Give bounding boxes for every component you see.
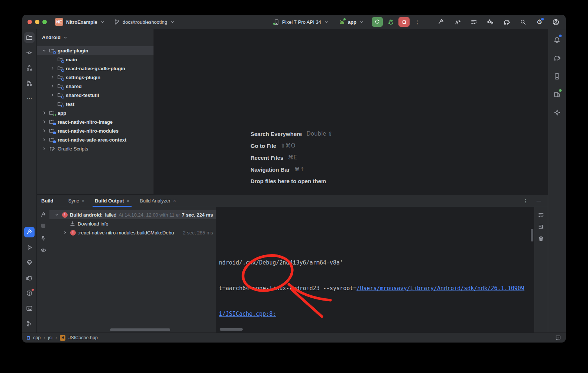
tab-sync[interactable]: Sync × — [65, 195, 88, 207]
tree-item-react-native-nitro-image[interactable]: react-native-nitro-image — [37, 117, 154, 126]
app-running-dot — [343, 18, 346, 20]
tree-item-main[interactable]: main — [37, 55, 154, 64]
minimize-window-button[interactable] — [35, 20, 39, 24]
event-log-button[interactable] — [555, 335, 561, 341]
hide-panel-button[interactable]: — — [536, 198, 541, 204]
tree-item-app[interactable]: app — [37, 108, 154, 117]
device-selector[interactable]: Pixel 7 Pro API 34 — [273, 19, 329, 25]
download-info-row[interactable]: Download info — [49, 219, 216, 228]
rerun-build-hammer-icon[interactable] — [40, 212, 46, 218]
build-result-tree: ! Build android: failed At 14.10.24, 12:… — [49, 207, 216, 333]
notifications-button[interactable] — [552, 35, 562, 45]
more-tools-button[interactable]: ⋯ — [24, 93, 35, 104]
vertical-scrollbar[interactable] — [531, 229, 533, 241]
console-text: ndroid/.cxx/Debug/2nd4i3y6/arm64-v8a' — [219, 259, 343, 266]
restart-activity-button[interactable] — [469, 17, 479, 27]
build-project-button[interactable] — [436, 17, 446, 27]
clear-all-trash-icon[interactable] — [538, 236, 544, 242]
folder-icon — [26, 34, 33, 41]
task-duration: 2 sec, 285 ms — [183, 230, 216, 236]
gem-icon — [26, 259, 33, 266]
failed-task-row[interactable]: ! :react-native-nitro-modules:buildCMake… — [49, 228, 216, 237]
gradle-elephant-icon — [503, 19, 510, 26]
tree-item-shared-testutil[interactable]: shared-testutil — [37, 91, 154, 100]
settings-button[interactable]: ⚙ — [534, 17, 544, 27]
run-config-name: app — [348, 19, 356, 25]
tree-item-shared[interactable]: shared — [37, 82, 154, 91]
tree-item-label: settings-plugin — [66, 75, 100, 80]
tree-item-react-native-safe-area-context[interactable]: react-native-safe-area-context — [37, 135, 154, 144]
gradle-sync-button[interactable] — [502, 17, 511, 27]
file-link[interactable]: /Users/mrousavy/Library/Android/sdk/ndk/… — [356, 285, 524, 292]
git-branch-icon — [114, 19, 120, 25]
version-control-tool-button[interactable] — [24, 318, 35, 329]
run-config-selector[interactable]: app — [339, 19, 364, 25]
close-icon[interactable]: × — [81, 198, 84, 204]
logcat-tool-button[interactable] — [24, 273, 35, 283]
tree-item-gradle-scripts[interactable]: Gradle Scripts — [37, 144, 154, 153]
tab-build-output[interactable]: Build Output × — [91, 195, 133, 207]
breadcrumb-directory[interactable]: jsi — [48, 335, 52, 340]
gradle-elephant-icon — [49, 146, 56, 152]
gradle-tool-button[interactable] — [552, 53, 562, 63]
structure-tool-button[interactable] — [24, 63, 35, 73]
tree-item-label: Gradle Scripts — [58, 146, 88, 152]
running-devices-button[interactable] — [552, 89, 562, 100]
tree-item-gradle-plugin[interactable]: gradle-plugin — [37, 46, 154, 55]
attach-debugger-button[interactable] — [485, 17, 495, 27]
editor-empty-state: Search Everywhere Double ⇧ Go to File ⇧⌘… — [154, 29, 548, 194]
commit-tool-button[interactable] — [24, 48, 35, 58]
build-title: Build — [41, 195, 54, 207]
build-tool-button[interactable] — [24, 227, 35, 237]
close-window-button[interactable] — [28, 20, 32, 24]
file-link[interactable]: i/JSICache.cpp:8: — [219, 311, 276, 317]
debug-button[interactable] — [386, 17, 395, 27]
more-actions-button[interactable]: ⋮ — [413, 17, 422, 27]
tab-build-analyzer[interactable]: Build Analyzer × — [136, 195, 180, 207]
horizontal-scrollbar[interactable] — [110, 328, 170, 331]
breadcrumb-file[interactable]: JSICache.hpp — [68, 335, 98, 340]
devices-icon — [553, 91, 560, 98]
close-icon[interactable]: × — [173, 198, 176, 204]
gemini-assistant-button[interactable] — [552, 107, 562, 118]
project-tool-button[interactable] — [24, 32, 35, 43]
tree-item-settings-plugin[interactable]: settings-plugin — [37, 73, 154, 82]
build-result-row[interactable]: ! Build android: failed At 14.10.24, 12:… — [49, 210, 216, 219]
problems-tool-button[interactable] — [24, 288, 35, 298]
terminal-tool-button[interactable] — [24, 303, 35, 314]
tree-item-label: react-native-nitro-image — [58, 119, 113, 125]
tree-item-test[interactable]: test — [37, 100, 154, 108]
app-quality-insights-button[interactable] — [24, 257, 35, 268]
rerun-button[interactable] — [372, 17, 383, 27]
vcs-branch-selector[interactable]: docs/troubleshooting — [114, 19, 175, 25]
breadcrumb-module[interactable]: cpp — [33, 335, 41, 340]
screenshot-root: NE NitroExample docs/troubleshooting Pix… — [0, 0, 588, 373]
close-icon[interactable]: × — [127, 198, 130, 204]
apply-changes-button[interactable] — [453, 17, 462, 27]
bug-attach-icon — [487, 19, 494, 25]
pin-icon[interactable] — [40, 236, 46, 241]
module-folder-icon — [57, 92, 64, 98]
filter-eye-icon[interactable] — [40, 247, 46, 253]
build-output-console: ndroid/.cxx/Debug/2nd4i3y6/arm64-v8a' t=… — [216, 207, 534, 333]
device-manager-button[interactable] — [552, 71, 562, 81]
stop-button[interactable] — [398, 17, 410, 27]
search-everywhere-button[interactable] — [518, 17, 528, 27]
shortcut-keys: ⌘E — [288, 154, 297, 161]
terminal-icon — [26, 305, 33, 312]
run-tool-button[interactable] — [24, 242, 35, 253]
horizontal-scrollbar[interactable] — [220, 328, 243, 331]
tree-item-label: react-native-nitro-modules — [58, 128, 119, 134]
tree-item-react-native-gradle-plugin[interactable]: react-native-gradle-plugin — [37, 64, 154, 73]
tree-item-react-native-nitro-modules[interactable]: react-native-nitro-modules — [37, 126, 154, 135]
profile-button[interactable] — [551, 17, 560, 27]
project-selector[interactable]: NitroExample — [66, 19, 105, 25]
chevron-right-icon — [50, 75, 55, 80]
tree-item-label: test — [66, 101, 74, 107]
project-view-selector[interactable]: Android — [37, 33, 154, 42]
pull-requests-tool-button[interactable] — [24, 78, 35, 88]
scroll-to-end-icon[interactable] — [538, 224, 544, 230]
panel-options-button[interactable]: ⋮ — [523, 198, 528, 204]
zoom-window-button[interactable] — [42, 20, 47, 24]
soft-wrap-icon[interactable] — [538, 212, 544, 218]
